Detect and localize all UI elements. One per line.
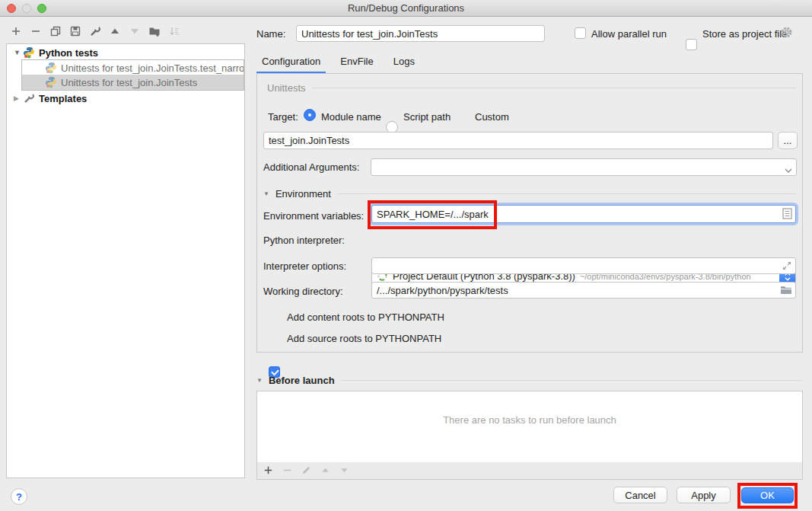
- cancel-button[interactable]: Cancel: [613, 487, 667, 503]
- create-folder-icon[interactable]: [148, 25, 161, 37]
- target-input[interactable]: [263, 132, 773, 149]
- edit-templates-wrench-icon[interactable]: [89, 25, 101, 37]
- remove-task-icon[interactable]: [282, 465, 294, 477]
- move-up-icon[interactable]: [109, 25, 121, 37]
- config-tabs: Configuration EnvFile Logs: [256, 52, 429, 74]
- save-configuration-icon[interactable]: [69, 25, 81, 37]
- chevron-down-icon[interactable]: [785, 164, 792, 175]
- remove-configuration-icon[interactable]: [30, 25, 42, 37]
- store-as-project-file-label: Store as project file: [702, 28, 787, 40]
- group-title-row: Unittests: [267, 82, 796, 94]
- group-title: Unittests: [267, 82, 306, 94]
- tree-item-label: Python tests: [39, 47, 98, 59]
- tree-item-jointests-test-narrow[interactable]: Unittests for test_join.JoinTests.test_n…: [22, 60, 244, 75]
- folder-icon[interactable]: [780, 285, 792, 298]
- unittests-group-panel: Unittests Target: Module name Script pat…: [256, 73, 803, 353]
- add-source-roots-label: Add source roots to PYTHONPATH: [287, 333, 441, 344]
- tree-item-templates[interactable]: ▶ Templates: [7, 91, 244, 106]
- name-input[interactable]: [296, 25, 545, 42]
- edit-environment-variables-icon[interactable]: [782, 208, 792, 222]
- before-launch-title: Before launch: [269, 375, 335, 386]
- sort-configurations-icon[interactable]: [168, 25, 180, 37]
- browse-button[interactable]: ...: [778, 132, 798, 149]
- move-down-icon[interactable]: [129, 25, 141, 37]
- environment-section-header[interactable]: ▼ Environment: [263, 188, 796, 200]
- tab-logs[interactable]: Logs: [388, 52, 420, 74]
- expand-field-icon[interactable]: [782, 260, 792, 273]
- environment-variables-input[interactable]: [371, 205, 796, 223]
- configurations-tree: ▼ Python tests Unitte: [6, 43, 245, 478]
- titlebar: Run/Debug Configurations: [0, 0, 812, 17]
- interpreter-options-input[interactable]: [371, 257, 796, 274]
- python-test-config-icon: [45, 62, 57, 74]
- divider: [312, 88, 796, 88]
- working-directory-input[interactable]: [371, 282, 796, 299]
- copy-configuration-icon[interactable]: [49, 25, 62, 37]
- before-launch-section-header[interactable]: ▼ Before launch: [256, 375, 803, 386]
- collapse-arrow-icon[interactable]: ▼: [256, 377, 263, 384]
- interpreter-options-label: Interpreter options:: [263, 260, 346, 272]
- collapsed-arrow-icon[interactable]: ▶: [14, 94, 23, 102]
- environment-variables-label: Environment variables:: [263, 210, 364, 222]
- add-content-roots-label: Add content roots to PYTHONPATH: [287, 311, 444, 323]
- tab-envfile[interactable]: EnvFile: [335, 52, 378, 74]
- allow-parallel-run-checkbox[interactable]: [575, 27, 586, 39]
- edit-task-pencil-icon[interactable]: [301, 465, 313, 477]
- allow-parallel-run-label: Allow parallel run: [591, 28, 667, 40]
- target-module-name-radio[interactable]: [304, 109, 316, 121]
- store-as-project-file-checkbox[interactable]: [686, 39, 697, 50]
- run-debug-configurations-dialog: Run/Debug Configurations: [0, 0, 812, 511]
- divider: [337, 193, 796, 194]
- move-task-up-icon[interactable]: [320, 465, 332, 477]
- python-interpreter-label: Python interpreter:: [263, 235, 345, 246]
- window-title: Run/Debug Configurations: [0, 2, 812, 14]
- additional-arguments-label: Additional Arguments:: [263, 161, 359, 173]
- ok-button[interactable]: OK: [741, 487, 794, 503]
- templates-wrench-icon: [23, 92, 35, 104]
- target-label: Target:: [268, 111, 298, 123]
- move-task-down-icon[interactable]: [339, 465, 351, 477]
- tab-configuration[interactable]: Configuration: [256, 52, 326, 74]
- target-custom-label: Custom: [475, 111, 509, 123]
- add-configuration-icon[interactable]: [10, 25, 22, 37]
- python-tests-icon: [23, 46, 35, 59]
- divider: [341, 380, 803, 381]
- apply-button[interactable]: Apply: [677, 487, 731, 503]
- before-launch-empty-message: There are no tasks to run before launch: [257, 414, 802, 426]
- tree-item-jointests-selected[interactable]: Unittests for test_join.JoinTests: [22, 75, 244, 90]
- additional-arguments-input[interactable]: [371, 158, 797, 176]
- before-launch-toolbar: [256, 462, 803, 480]
- target-script-path-label: Script path: [403, 111, 451, 123]
- working-directory-label: Working directory:: [263, 286, 343, 297]
- tree-item-label: Unittests for test_join.JoinTests: [61, 77, 197, 88]
- tree-item-label: Templates: [39, 93, 87, 104]
- environment-section-title: Environment: [275, 188, 331, 200]
- python-test-config-icon: [45, 76, 57, 88]
- tree-item-python-tests[interactable]: ▼ Python tests: [7, 45, 244, 60]
- add-task-icon[interactable]: [263, 465, 275, 477]
- expanded-arrow-icon[interactable]: ▼: [14, 49, 23, 56]
- store-options-gear-icon[interactable]: [780, 26, 793, 41]
- name-label: Name:: [256, 28, 285, 40]
- configurations-toolbar: [10, 24, 180, 39]
- target-module-name-label: Module name: [321, 111, 381, 123]
- before-launch-task-list[interactable]: There are no tasks to run before launch: [256, 391, 803, 463]
- tree-item-label: Unittests for test_join.JoinTests.test_n…: [61, 62, 244, 74]
- help-button[interactable]: ?: [11, 488, 27, 505]
- collapse-arrow-icon[interactable]: ▼: [263, 190, 269, 197]
